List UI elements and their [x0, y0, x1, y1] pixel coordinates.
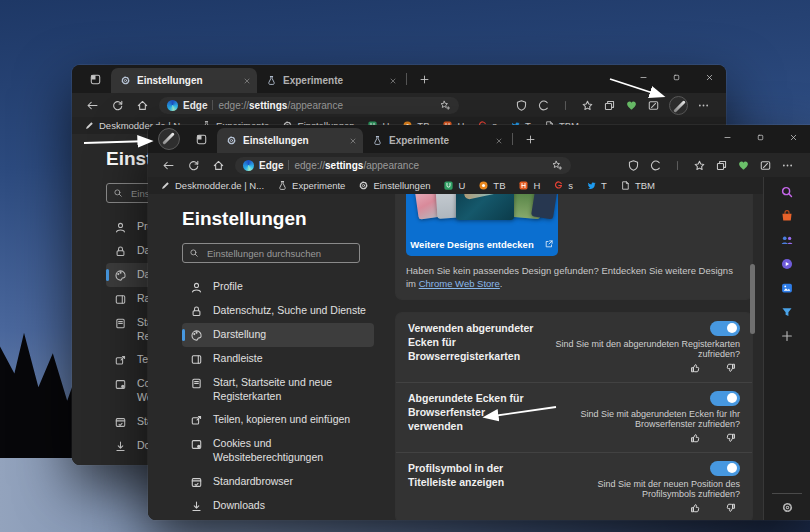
s-fav-icon — [553, 180, 564, 191]
add-favorite-icon[interactable] — [439, 99, 451, 111]
refresh-button[interactable] — [111, 99, 124, 112]
settings-nav-item[interactable]: Datenschutz, Suche und Dienste — [182, 299, 374, 323]
search-app-icon[interactable] — [780, 185, 794, 199]
settings-nav-label: Darstellung — [213, 328, 266, 342]
bookmark-item[interactable]: TB — [478, 180, 505, 191]
c-ring-icon[interactable] — [649, 159, 662, 172]
divider-icon[interactable] — [671, 159, 684, 172]
more-menu-icon[interactable] — [781, 159, 794, 172]
scrollbar-thumb[interactable] — [750, 264, 755, 334]
bookmark-item[interactable]: TBM — [620, 180, 655, 191]
tab-close-icon[interactable] — [243, 77, 251, 85]
bookmark-item[interactable]: T — [586, 180, 607, 191]
thumb-up-icon[interactable] — [690, 502, 702, 514]
browser-tab[interactable]: Einstellungen — [111, 68, 257, 93]
browser-essentials-icon[interactable] — [737, 159, 750, 172]
collections-icon[interactable] — [715, 159, 728, 172]
bookmark-item[interactable]: Deskmodder.de | N... — [160, 180, 264, 191]
more-menu-icon[interactable] — [697, 99, 710, 112]
bookmark-item[interactable]: Experimente — [277, 180, 345, 191]
feedback-question: Sind Sie mit den abgerundeten Registerka… — [542, 339, 740, 359]
titlebar-profile-avatar[interactable] — [158, 128, 180, 150]
tab-actions-icon[interactable] — [89, 73, 102, 86]
tab-close-icon[interactable] — [389, 77, 397, 85]
address-bar[interactable]: Edge edge://settings/appearance — [235, 157, 571, 174]
settings-nav-item[interactable]: Teilen, kopieren und einfügen — [182, 408, 374, 432]
editor-icon[interactable] — [759, 159, 772, 172]
share-icon — [190, 414, 203, 427]
tab-strip: Einstellungen Experimente — [217, 125, 509, 153]
discover-themes-button[interactable]: Weitere Designs entdecken — [406, 232, 558, 256]
settings-nav-item[interactable]: Randleiste — [182, 347, 374, 371]
thumb-down-icon[interactable] — [724, 432, 736, 444]
settings-nav-item[interactable]: Darstellung — [182, 323, 374, 347]
settings-nav-item[interactable]: Profile — [182, 275, 374, 299]
play-icon[interactable] — [780, 257, 794, 271]
chrome-web-store-link[interactable]: Chrome Web Store — [419, 278, 500, 289]
plus-icon[interactable] — [780, 329, 794, 343]
new-tab-button[interactable] — [525, 134, 536, 145]
settings-nav-item[interactable]: Cookies und Websiteberechtigungen — [182, 432, 374, 469]
browser-tab[interactable]: Einstellungen — [217, 128, 363, 153]
image-app-icon[interactable] — [780, 281, 794, 295]
toggle-switch[interactable] — [710, 321, 740, 336]
minimize-button[interactable] — [627, 65, 660, 90]
theme-thumbnail — [456, 194, 514, 220]
bookmark-item[interactable]: s — [553, 180, 573, 191]
address-bar[interactable]: Edge edge://settings/appearance — [159, 97, 459, 114]
new-tab-button[interactable] — [419, 74, 430, 85]
refresh-button[interactable] — [187, 159, 200, 172]
settings-nav-item[interactable]: Family Safety — [182, 518, 374, 520]
settings-nav-item[interactable]: Downloads — [182, 494, 374, 518]
toggle-switch[interactable] — [710, 461, 740, 476]
profile-avatar[interactable] — [669, 96, 688, 115]
sidebar-settings-gear-icon[interactable] — [781, 501, 794, 514]
minimize-button[interactable] — [711, 125, 744, 150]
tab-close-icon[interactable] — [495, 137, 503, 145]
setting-row: Profilsymbol in der Titelleiste anzeigen… — [396, 453, 752, 520]
divider-icon[interactable] — [559, 99, 572, 112]
close-button[interactable] — [777, 125, 810, 150]
collections-icon[interactable] — [603, 99, 616, 112]
star-icon[interactable] — [581, 99, 594, 112]
close-button[interactable] — [693, 65, 726, 90]
lock-icon — [114, 245, 127, 258]
browser-essentials-icon[interactable] — [625, 99, 638, 112]
maximize-button[interactable] — [744, 125, 777, 150]
bookmark-item[interactable]: H — [518, 180, 540, 191]
thumb-up-icon[interactable] — [690, 432, 702, 444]
toggle-switch[interactable] — [710, 391, 740, 406]
settings-search-input[interactable] — [205, 247, 353, 260]
thumb-up-icon[interactable] — [690, 362, 702, 374]
discover-themes-banner[interactable]: Weitere Designs entdecken — [406, 194, 558, 256]
settings-nav-label: Start, Startseite und neue Registerkarte… — [213, 376, 366, 403]
shopping-icon[interactable] — [780, 209, 794, 223]
funnel-icon[interactable] — [780, 305, 794, 319]
people-icon[interactable] — [780, 233, 794, 247]
bookmark-label: Einstellungen — [373, 180, 430, 191]
thumb-down-icon[interactable] — [724, 362, 736, 374]
maximize-button[interactable] — [660, 65, 693, 90]
browser-tab[interactable]: Experimente — [257, 68, 403, 93]
tab-actions-icon[interactable] — [195, 133, 208, 146]
tab-close-icon[interactable] — [349, 137, 357, 145]
thumb-down-icon[interactable] — [724, 502, 736, 514]
back-button[interactable] — [162, 159, 175, 172]
c-ring-icon[interactable] — [537, 99, 550, 112]
shield-icon[interactable] — [627, 159, 640, 172]
shield-icon[interactable] — [515, 99, 528, 112]
home-button[interactable] — [136, 99, 149, 112]
browser-tab[interactable]: Experimente — [363, 128, 509, 153]
bookmark-item[interactable]: Einstellungen — [358, 180, 430, 191]
star-icon[interactable] — [693, 159, 706, 172]
back-button[interactable] — [86, 99, 99, 112]
settings-nav-item[interactable]: Start, Startseite und neue Registerkarte… — [182, 371, 374, 408]
bookmark-item[interactable]: U — [443, 180, 465, 191]
home-button[interactable] — [212, 159, 225, 172]
editor-icon[interactable] — [647, 99, 660, 112]
address-brand: Edge — [259, 160, 283, 171]
add-favorite-icon[interactable] — [551, 159, 563, 171]
pages-icon — [114, 317, 127, 330]
settings-search[interactable] — [182, 243, 360, 263]
settings-nav-item[interactable]: Standardbrowser — [182, 470, 374, 494]
